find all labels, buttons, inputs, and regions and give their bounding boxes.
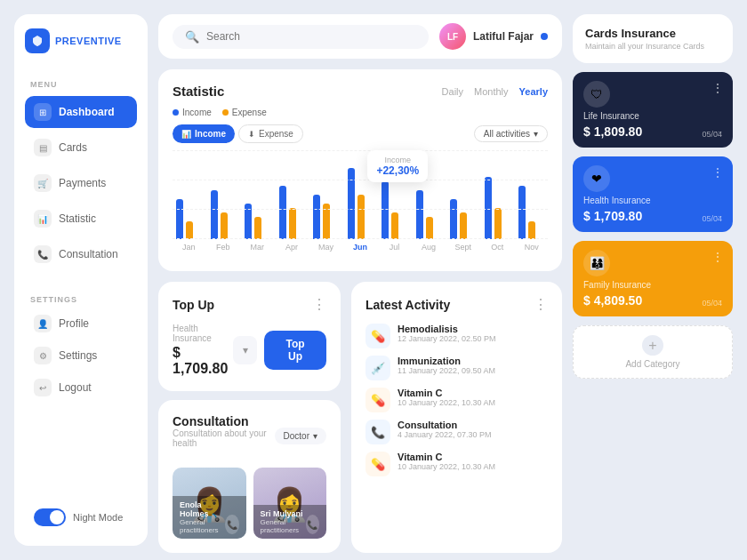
bar-orange [323,204,330,239]
activity-list: 💊 Hemodialisis 12 January 2022, 02.50 PM… [365,324,548,476]
sidebar-item-label: Dashboard [59,106,115,118]
doctor-name-1: Enola Holmes [180,500,225,518]
activity-more-icon[interactable]: ⋮ [534,296,548,313]
health-ins-amount: $ 1,709.80 [583,209,642,223]
topup-more-icon[interactable]: ⋮ [312,296,326,313]
activity-date: 4 January 2022, 07.30 PM [398,430,492,439]
username: Latiful Fajar [473,30,534,43]
topup-title: Top Up [173,298,214,312]
sidebar-item-statistic[interactable]: 📊 Statistic [25,203,137,235]
bar-blue [176,199,183,239]
menu-section-label: MENU [30,80,137,89]
activities-button[interactable]: All activities ▾ [474,125,548,142]
sidebar-item-payments[interactable]: 🛒 Payments [25,167,137,199]
doctor-name-2: Sri Mulyani [261,509,306,518]
bar-group [313,195,339,239]
bar-orange [426,217,433,239]
insurance-title: Cards Insurance [585,27,720,40]
bar-blue [450,199,457,239]
bar-blue [348,168,355,239]
bar-group [176,199,202,239]
doctor-filter[interactable]: Doctor ▾ [275,428,326,444]
night-mode-toggle-row: Night Mode [25,503,137,532]
stat-tab-row: 📊 Income ⬇ Expense All activities ▾ [173,124,548,143]
sidebar-item-dashboard[interactable]: ⊞ Dashboard [25,96,137,128]
insurance-card-family: ⋮ 👨‍👩‍👦 Family Insurance $ 4,809.50 ··· … [573,241,733,316]
ins-more-icon[interactable]: ⋮ [711,165,724,180]
tab-income[interactable]: 📊 Income [173,124,235,143]
logo: PREVENTIVE [25,28,137,53]
user-area: LF Latiful Fajar [439,23,548,50]
filter-daily[interactable]: Daily [442,86,463,97]
health-ins-name: Health Insurance [583,196,722,205]
insurance-card-life: ⋮ 🛡 Life Insurance $ 1,809.80 ··· 05/04 [573,72,733,148]
filter-monthly[interactable]: Monthly [474,86,509,97]
topup-button[interactable]: Top Up [264,331,326,370]
tab-expense[interactable]: ⬇ Expense [238,124,303,143]
ins-more-icon[interactable]: ⋮ [711,81,724,95]
chart-month-label: Jun [348,243,374,252]
consultation-title: Consultation [173,414,275,428]
add-category-card[interactable]: + Add Category [573,325,733,379]
filter-yearly[interactable]: Yearly [519,86,548,97]
right-panel: Cards Insurance Maintain all your Insura… [573,14,733,546]
topup-insurance-label: Health Insurance [173,324,233,343]
bar-group [416,190,442,239]
chart-month-label: Sept [450,243,476,252]
bar-blue [279,186,286,239]
consultation-card: Consultation Consultation about your hea… [158,400,341,553]
statistic-icon: 📊 [34,210,52,228]
sidebar-item-logout[interactable]: ↩ Logout [25,372,137,404]
search-box[interactable]: 🔍 [173,25,429,49]
profile-icon: 👤 [34,315,52,332]
sidebar-item-label: Logout [59,381,92,394]
income-dot [173,109,179,116]
bar-orange [357,195,365,239]
activity-date: 10 January 2022, 10.30 AM [398,462,495,471]
activity-name: Hemodialisis [398,324,496,334]
doctor-overlay-2: Sri Mulyani General practitioners 📞 [253,505,327,539]
doctor-call-icon-2[interactable]: 📞 [306,515,319,534]
activity-card: Latest Activity ⋮ 💊 Hemodialisis 12 Janu… [351,282,562,553]
activity-icon: 💊 [365,452,390,476]
notification-dot [541,33,548,40]
activity-name: Immunization [398,356,495,366]
bar-group [518,186,544,239]
search-input[interactable] [206,30,416,43]
activity-item: 💊 Vitamin C 10 January 2022, 10.30 AM [365,388,548,412]
sidebar-item-profile[interactable]: 👤 Profile [25,308,137,340]
statistic-card: Statistic Daily Monthly Yearly Income Ex… [158,69,562,271]
stat-tabs: 📊 Income ⬇ Expense [173,124,303,143]
sidebar-item-settings[interactable]: ⚙ Settings [25,340,137,372]
night-mode-toggle[interactable] [34,508,66,526]
chart-month-label: Jul [382,243,407,252]
ins-more-icon[interactable]: ⋮ [711,250,724,264]
health-ins-icon: ❤ [583,165,610,192]
stat-header: Statistic Daily Monthly Yearly [173,84,548,99]
activity-icon: 💊 [365,324,390,348]
sidebar-item-consultation[interactable]: 📞 Consultation [25,238,137,270]
doctor-info-2: Sri Mulyani General practitioners [261,509,306,534]
bar-group [382,181,407,239]
topup-header: Top Up ⋮ [173,296,326,313]
expense-dot [222,109,229,116]
bar-group [485,177,510,239]
sidebar-item-cards[interactable]: ▤ Cards [25,132,137,164]
activity-title: Latest Activity [365,298,450,312]
chart-month-label: Aug [416,243,442,252]
legend-expense: Expense [222,108,267,117]
activity-info: Consultation 4 January 2022, 07.30 PM [398,420,492,439]
bottom-row: Top Up ⋮ Health Insurance $ 1,709.80 ▾ T… [158,282,562,553]
bar-blue [211,190,218,239]
dropdown-button[interactable]: ▾ [233,336,257,364]
dashboard-icon: ⊞ [34,103,52,121]
activity-icon: 💉 [365,356,390,380]
life-ins-amount: $ 1,809.80 [583,124,642,139]
doctor-role-1: General practitioners [180,518,225,534]
doctor-role-2: General practitioners [261,518,306,534]
activity-icon: 📞 [365,420,390,444]
stat-title: Statistic [173,84,224,99]
logout-icon: ↩ [34,379,52,396]
activity-item: 💊 Hemodialisis 12 January 2022, 02.50 PM [365,324,548,348]
doctor-call-icon-1[interactable]: 📞 [225,515,238,534]
